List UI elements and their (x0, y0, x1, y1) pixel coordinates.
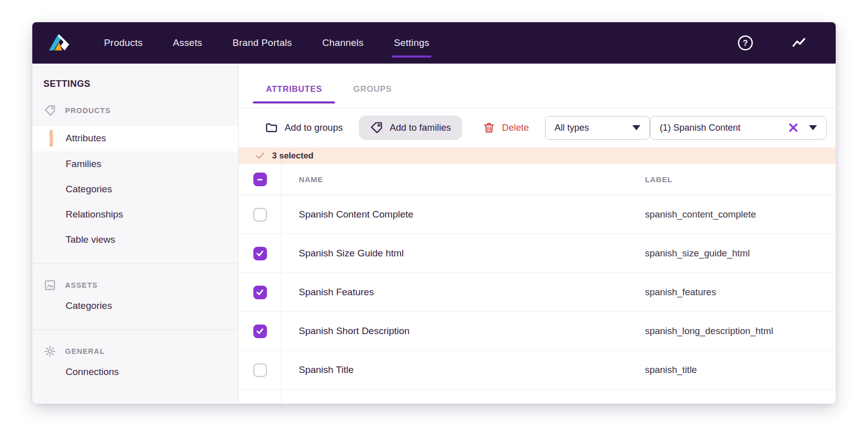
group-filter-value: (1) Spanish Content (660, 123, 740, 133)
delete-label: Delete (502, 122, 529, 133)
section-label-general: GENERAL (65, 347, 105, 355)
sidebar-section-general: GENERAL (44, 343, 238, 359)
add-to-groups-label: Add to groups (285, 122, 343, 133)
sidebar-title: SETTINGS (43, 79, 238, 89)
sidebar-item-attributes[interactable]: Attributes (32, 125, 238, 151)
akeneo-logo-icon[interactable] (47, 31, 71, 55)
row-checkbox-cell (239, 312, 282, 350)
attribute-name: Spanish Short Description (282, 326, 645, 337)
table-row[interactable]: Spanish Short Description spanish_long_d… (239, 312, 836, 351)
sidebar-item-families[interactable]: Families (32, 151, 238, 177)
products-section-items: Attributes Families Categories Relations… (32, 125, 238, 257)
nav-item-assets[interactable]: Assets (172, 34, 203, 51)
attribute-name: Spanish Content Complete (282, 209, 645, 220)
general-section-items: Connections (32, 359, 238, 390)
table-row[interactable]: Spanish Size Guide html spanish_size_gui… (239, 234, 836, 273)
row-checkbox-cell (239, 390, 282, 404)
check-icon (255, 249, 264, 258)
selection-count: 3 selected (272, 151, 313, 161)
attribute-label: spanish_long_description_html (645, 326, 836, 337)
top-navigation-bar: Products Assets Brand Portals Channels S… (32, 22, 836, 64)
check-icon (255, 288, 264, 297)
tab-bar: ATTRIBUTES GROUPS (239, 64, 836, 108)
tab-groups[interactable]: GROUPS (340, 71, 405, 107)
main-panel: ATTRIBUTES GROUPS Add to groups Add to (239, 64, 836, 404)
sidebar-item-table-views[interactable]: Table views (32, 227, 238, 252)
section-label-assets: ASSETS (65, 281, 98, 289)
attribute-label (645, 390, 836, 404)
svg-text:?: ? (743, 39, 748, 47)
nav-item-settings[interactable]: Settings (393, 34, 430, 51)
check-icon (255, 327, 264, 336)
sidebar-item-connections[interactable]: Connections (32, 359, 238, 385)
partial-table-row (239, 390, 836, 404)
attributes-table: NAME LABEL Spanish Content Complete span… (239, 164, 836, 404)
row-checkbox[interactable] (253, 247, 267, 260)
tag-icon (44, 104, 56, 117)
attribute-name (282, 390, 645, 404)
sidebar-item-categories[interactable]: Categories (32, 177, 238, 202)
row-checkbox[interactable] (253, 208, 267, 222)
section-label-products: PRODUCTS (65, 106, 111, 115)
assets-section-items: Categories (32, 293, 238, 324)
content-area: SETTINGS PRODUCTS Attributes Families Ca… (32, 64, 836, 404)
nav-item-brand-portals[interactable]: Brand Portals (232, 34, 293, 51)
attribute-label: spanish_size_guide_html (645, 248, 836, 259)
row-checkbox-cell (239, 351, 282, 389)
attribute-name: Spanish Features (282, 287, 645, 298)
table-row[interactable]: Spanish Content Complete spanish_content… (239, 195, 836, 234)
row-checkbox[interactable] (253, 325, 267, 338)
sidebar-divider (32, 263, 238, 264)
row-checkbox[interactable] (253, 363, 267, 377)
delete-button[interactable]: Delete (482, 121, 529, 134)
app-window: Products Assets Brand Portals Channels S… (32, 22, 836, 404)
attribute-label: spanish_content_complete (645, 209, 836, 220)
header-checkbox-cell (239, 164, 282, 195)
select-all-checkbox[interactable] (253, 173, 267, 186)
table-row[interactable]: Spanish Features spanish_features (239, 273, 836, 312)
image-icon (44, 279, 56, 291)
row-checkbox[interactable] (253, 286, 267, 299)
tag-icon (370, 121, 383, 134)
indeterminate-icon (255, 175, 264, 184)
attribute-name: Spanish Size Guide html (282, 248, 645, 259)
help-icon[interactable]: ? (737, 34, 754, 51)
add-to-families-label: Add to families (390, 122, 451, 133)
add-to-groups-button[interactable]: Add to groups (265, 121, 343, 134)
gear-icon (44, 345, 56, 357)
tab-attributes[interactable]: ATTRIBUTES (253, 71, 335, 107)
group-filter-dropdown[interactable]: (1) Spanish Content (650, 116, 827, 140)
column-header-label[interactable]: LABEL (645, 175, 836, 184)
bulk-actions-toolbar: Add to groups Add to families Delete (239, 108, 836, 147)
activity-icon[interactable] (790, 34, 807, 51)
chevron-down-icon (632, 125, 640, 130)
column-header-name[interactable]: NAME (282, 175, 645, 184)
chevron-down-icon (809, 125, 817, 130)
primary-nav: Products Assets Brand Portals Channels S… (103, 34, 430, 51)
attribute-name: Spanish Title (282, 364, 645, 375)
row-checkbox-cell (239, 234, 282, 273)
selection-banner: 3 selected (239, 147, 836, 164)
sidebar-section-products: PRODUCTS (44, 102, 238, 119)
attribute-label: spanish_features (645, 287, 836, 298)
row-checkbox-cell (239, 273, 282, 311)
add-to-families-button[interactable]: Add to families (359, 116, 462, 140)
sidebar-divider (32, 330, 238, 330)
nav-item-channels[interactable]: Channels (321, 34, 365, 51)
sidebar-item-relationships[interactable]: Relationships (32, 202, 238, 227)
clear-filter-icon[interactable] (788, 122, 799, 133)
attribute-label: spanish_title (645, 364, 836, 375)
row-checkbox-cell (239, 195, 282, 234)
settings-sidebar: SETTINGS PRODUCTS Attributes Families Ca… (32, 64, 239, 404)
sidebar-item-asset-categories[interactable]: Categories (32, 293, 238, 318)
type-filter-value: All types (555, 123, 589, 133)
folder-icon (265, 121, 278, 134)
sidebar-section-assets: ASSETS (44, 277, 238, 293)
table-header-row: NAME LABEL (239, 164, 836, 195)
table-row[interactable]: Spanish Title spanish_title (239, 351, 836, 390)
checkmark-icon (255, 151, 265, 160)
trash-icon (482, 121, 496, 134)
nav-item-products[interactable]: Products (103, 34, 144, 51)
type-filter-dropdown[interactable]: All types (545, 116, 650, 140)
